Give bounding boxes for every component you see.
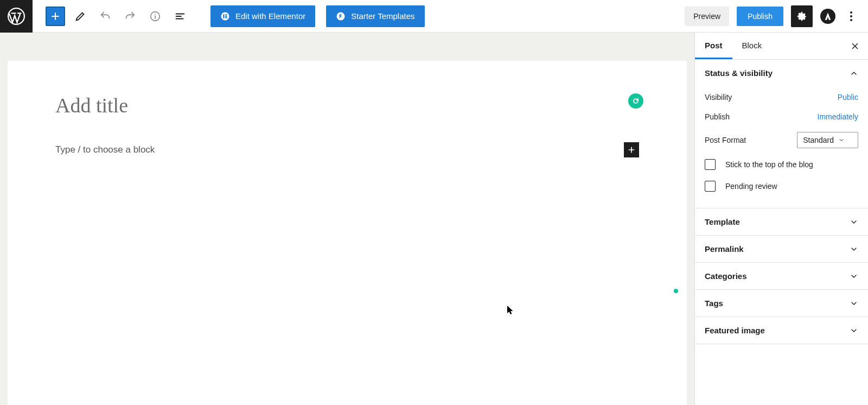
edit-with-elementor-label: Edit with Elementor: [235, 11, 305, 21]
svg-rect-4: [225, 14, 227, 15]
publish-button[interactable]: Publish: [737, 7, 783, 26]
more-options-button[interactable]: [843, 7, 859, 26]
tab-block[interactable]: Block: [732, 33, 772, 59]
chevron-down-icon: [850, 326, 858, 335]
edit-with-elementor-button[interactable]: Edit with Elementor: [210, 5, 315, 27]
astra-icon[interactable]: [820, 9, 835, 24]
panel-template-header[interactable]: Template: [695, 208, 868, 235]
publish-value[interactable]: Immediately: [818, 112, 858, 121]
visibility-label: Visibility: [705, 93, 732, 102]
grammarly-dot-icon: [674, 289, 678, 293]
stick-top-checkbox[interactable]: [705, 159, 716, 170]
panel-tags-header[interactable]: Tags: [695, 290, 868, 317]
chevron-down-icon: [850, 299, 858, 308]
edit-tool-icon[interactable]: [71, 7, 90, 26]
chevron-down-icon: [850, 245, 858, 254]
panel-permalink-title: Permalink: [705, 244, 744, 254]
panel-categories-title: Categories: [705, 271, 747, 281]
editor-canvas-wrap: Add title Type / to choose a block: [0, 33, 694, 405]
redo-icon[interactable]: [120, 7, 140, 26]
info-icon[interactable]: [145, 7, 165, 26]
panel-status-visibility-title: Status & visibility: [705, 68, 773, 78]
wordpress-logo[interactable]: [0, 0, 33, 33]
gear-icon: [796, 10, 808, 22]
publish-label: Publish: [705, 112, 730, 121]
starter-templates-icon: [336, 11, 346, 21]
pending-review-checkbox[interactable]: [705, 181, 716, 192]
stick-top-label: Stick to the top of the blog: [725, 160, 813, 169]
svg-point-10: [850, 19, 852, 21]
panel-featured-image-header[interactable]: Featured image: [695, 317, 868, 344]
svg-rect-6: [225, 17, 227, 18]
svg-point-8: [850, 11, 852, 14]
panel-categories-header[interactable]: Categories: [695, 263, 868, 289]
svg-rect-3: [223, 14, 224, 18]
post-format-label: Post Format: [705, 136, 746, 144]
list-view-icon[interactable]: [170, 7, 190, 26]
cursor-icon: [507, 305, 514, 315]
panel-status-visibility-header[interactable]: Status & visibility: [695, 60, 868, 86]
svg-point-9: [850, 15, 852, 17]
chevron-up-icon: [850, 69, 858, 78]
preview-button[interactable]: Preview: [685, 7, 729, 26]
chevron-down-icon: [850, 218, 858, 226]
panel-template-title: Template: [705, 217, 740, 226]
add-block-button[interactable]: [46, 7, 65, 26]
chevron-down-icon: [838, 137, 845, 143]
tab-post[interactable]: Post: [695, 33, 732, 59]
grammarly-icon[interactable]: [628, 93, 643, 109]
pending-review-label: Pending review: [725, 182, 777, 191]
close-sidebar-button[interactable]: [844, 33, 866, 59]
block-placeholder-text[interactable]: Type / to choose a block: [55, 144, 155, 155]
settings-button[interactable]: [791, 5, 813, 27]
inline-add-block-button[interactable]: [624, 142, 639, 157]
post-format-select[interactable]: Standard: [797, 132, 858, 148]
svg-rect-5: [225, 16, 227, 17]
undo-icon[interactable]: [95, 7, 115, 26]
chevron-down-icon: [850, 272, 858, 281]
starter-templates-button[interactable]: Starter Templates: [326, 5, 424, 27]
panel-permalink-header[interactable]: Permalink: [695, 236, 868, 262]
visibility-value[interactable]: Public: [838, 93, 858, 102]
starter-templates-label: Starter Templates: [351, 11, 414, 21]
elementor-icon: [220, 11, 230, 21]
panel-tags-title: Tags: [705, 299, 723, 308]
close-icon: [850, 41, 860, 51]
panel-featured-image-title: Featured image: [705, 326, 765, 335]
kebab-icon: [850, 11, 852, 21]
post-format-value: Standard: [803, 136, 834, 144]
post-title-input[interactable]: Add title: [55, 93, 639, 117]
